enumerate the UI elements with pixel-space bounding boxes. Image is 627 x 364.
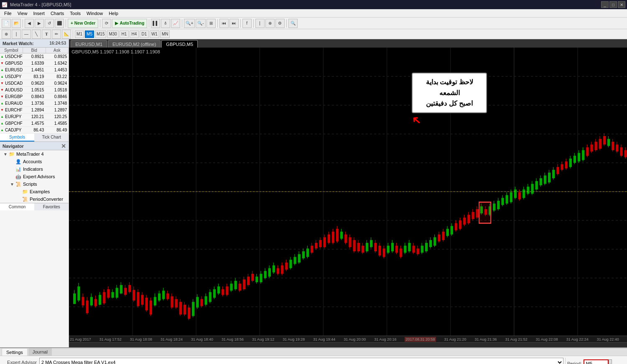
market-watch-row[interactable]: ▲ USDJPY 83.19 83.22 xyxy=(0,73,69,80)
chart-tab-gbpusd-m5[interactable]: GBPUSD,M5 xyxy=(161,40,198,48)
draw-tool-2[interactable]: | xyxy=(12,30,21,39)
horizontal-scrollbar[interactable] xyxy=(69,342,627,347)
menu-file[interactable]: File xyxy=(2,10,14,17)
indicators-button[interactable]: f xyxy=(242,19,252,28)
tab-settings[interactable]: Settings xyxy=(2,348,28,356)
svg-rect-78 xyxy=(196,297,199,307)
market-watch-row[interactable]: ▲ EURAUD 1.3736 1.3748 xyxy=(0,100,69,107)
svg-rect-226 xyxy=(510,192,512,202)
period-dropdown[interactable]: ▼ xyxy=(609,359,612,364)
market-watch-row[interactable]: ▼ EURGBP 0.8843 0.8846 xyxy=(0,94,69,100)
navigator-item[interactable]: ▼ 📜 Scripts xyxy=(0,180,69,188)
menu-help[interactable]: Help xyxy=(106,10,121,17)
open-button[interactable]: 📂 xyxy=(12,19,21,28)
forward-button[interactable]: ▶ xyxy=(35,19,44,28)
svg-rect-38 xyxy=(112,292,114,298)
market-watch-row[interactable]: ▼ AUDUSD 1.0515 1.0518 xyxy=(0,87,69,94)
market-watch-title: Market Watch: xyxy=(3,41,34,46)
tf-d1[interactable]: D1 xyxy=(140,30,149,38)
navigator-item[interactable]: 📁 Examples xyxy=(0,188,69,195)
menu-view[interactable]: View xyxy=(15,10,30,17)
chart-line-button[interactable]: 📈 xyxy=(171,19,180,28)
navigator-close-button[interactable]: ✕ xyxy=(61,143,66,149)
settings-button[interactable]: ⚙ xyxy=(275,19,285,28)
chart-candle-button[interactable]: 🕯 xyxy=(161,19,170,28)
market-watch-row[interactable]: ▲ GBPCHF 1.4575 1.4585 xyxy=(0,120,69,127)
tab-tick-chart[interactable]: Tick Chart xyxy=(34,134,69,142)
minimize-button[interactable]: _ xyxy=(601,1,609,8)
autotrading-button[interactable]: ▶ AutoTrading xyxy=(112,19,147,28)
tf-m1[interactable]: M1 xyxy=(75,30,84,38)
new-order-button[interactable]: + New Order xyxy=(68,19,98,28)
tf-m15[interactable]: M15 xyxy=(95,30,106,38)
ask-price: 120.25 xyxy=(46,114,69,119)
chart-tab-eurusd-m1[interactable]: EURUSD,M1 xyxy=(71,40,107,48)
search-button[interactable]: 🔍 xyxy=(288,19,298,28)
chart-main[interactable]: GBPUSD,M5 1.1907 1.1908 1.1907 1.1908 xyxy=(69,48,627,336)
new-chart-button[interactable]: 📄 xyxy=(2,19,11,28)
zoom-out-button[interactable]: 🔍- xyxy=(196,19,205,28)
bid-price: 1.3736 xyxy=(23,101,46,106)
reload-button[interactable]: ⟳ xyxy=(102,19,111,28)
draw-tool-3[interactable]: — xyxy=(22,30,31,39)
navigator-item[interactable]: 👤 Accounts xyxy=(0,158,69,165)
market-watch-row[interactable]: ▼ EURCHF 1.2894 1.2897 xyxy=(0,107,69,114)
strategy-tester-content: Expert Advisor 2 MA Crosses Mega filter … xyxy=(0,356,627,364)
attach-button[interactable]: ⊕ xyxy=(265,19,275,28)
period-sep-button[interactable]: | xyxy=(255,19,265,28)
ask-price: 0.8925 xyxy=(46,54,69,59)
time-label-16: 31 Aug 22:08 xyxy=(536,337,558,341)
svg-rect-134 xyxy=(315,243,317,248)
navigator-item[interactable]: 📊 Indicators xyxy=(0,165,69,173)
menu-window[interactable]: Window xyxy=(84,10,105,17)
draw-tool-1[interactable]: ⊕ xyxy=(2,30,11,39)
bid-price: 0.8921 xyxy=(23,54,46,59)
menu-insert[interactable]: Insert xyxy=(31,10,47,17)
back-button[interactable]: ◀ xyxy=(25,19,34,28)
back2-button[interactable]: ⏮ xyxy=(219,19,229,28)
tf-h4[interactable]: H4 xyxy=(130,30,139,38)
tab-common[interactable]: Common xyxy=(0,203,34,210)
chart-bar-button[interactable]: ▌▌ xyxy=(151,19,160,28)
expand-button[interactable]: ⊞ xyxy=(206,19,216,28)
close-button[interactable]: ✕ xyxy=(618,1,625,8)
tab-journal[interactable]: Journal xyxy=(28,348,52,356)
draw-tool-4[interactable]: ╲ xyxy=(32,30,41,39)
menu-tools[interactable]: Tools xyxy=(67,10,83,17)
time-label-2: 31 Aug 17:52 xyxy=(99,337,122,341)
market-watch-row[interactable]: ▲ CADJPY 86.43 86.49 xyxy=(0,127,69,134)
draw-tool-5[interactable]: 𝐓 xyxy=(42,30,51,39)
tf-m5[interactable]: M5 xyxy=(85,30,94,38)
tf-m30[interactable]: M30 xyxy=(107,30,118,38)
tab-favorites[interactable]: Favorites xyxy=(34,203,69,210)
chart-tab-eurusd-m2[interactable]: EURUSD,M2 (offline) xyxy=(108,40,161,48)
navigator-item[interactable]: 🤖 Expert Advisors xyxy=(0,173,69,180)
maximize-button[interactable]: □ xyxy=(609,1,617,8)
draw-tool-6[interactable]: ✏ xyxy=(52,30,61,39)
market-watch-row[interactable]: ▲ EURJPY 120.21 120.25 xyxy=(0,114,69,120)
market-watch: Market Watch: 16:24:53 Symbol Bid Ask ▲ … xyxy=(0,39,69,142)
expert-select[interactable]: 2 MA Crosses Mega filter EA V1.ex4 xyxy=(39,358,563,364)
market-watch-row[interactable]: ▼ USDCAD 0.9620 0.9624 xyxy=(0,80,69,87)
time-label-7: 31 Aug 19:12 xyxy=(252,337,274,341)
refresh-button[interactable]: ↺ xyxy=(45,19,54,28)
navigator-item[interactable]: ▼ 📁 MetaTrader 4 xyxy=(0,150,69,158)
stop-button[interactable]: ⬛ xyxy=(55,19,64,28)
direction-icon: ▼ xyxy=(0,61,4,66)
menu-charts[interactable]: Charts xyxy=(48,10,66,17)
annotation-box: لاحظ توقيت بداية الشمعه اصبح كل دفيقتين xyxy=(412,73,487,113)
tab-symbols[interactable]: Symbols xyxy=(0,134,34,142)
tf-h1[interactable]: H1 xyxy=(120,30,129,38)
navigator-item[interactable]: 📜 PeriodConverter xyxy=(0,195,69,203)
market-watch-row[interactable]: ▲ EURUSD 1.4451 1.4453 xyxy=(0,67,69,73)
zoom-in-button[interactable]: 🔍+ xyxy=(184,19,195,28)
symbol-name: EURAUD xyxy=(4,101,23,106)
tf-mn[interactable]: MN xyxy=(160,30,170,38)
market-watch-row[interactable]: ▼ GBPUSD 1.6339 1.6342 xyxy=(0,60,69,67)
window-controls[interactable]: _ □ ✕ xyxy=(601,1,625,8)
period-input[interactable] xyxy=(584,359,609,364)
market-watch-row[interactable]: ▲ USDCHF 0.8921 0.8925 xyxy=(0,53,69,60)
forward2-button[interactable]: ⏭ xyxy=(229,19,239,28)
draw-tool-7[interactable]: 📐 xyxy=(62,30,71,39)
tf-w1[interactable]: W1 xyxy=(150,30,159,38)
